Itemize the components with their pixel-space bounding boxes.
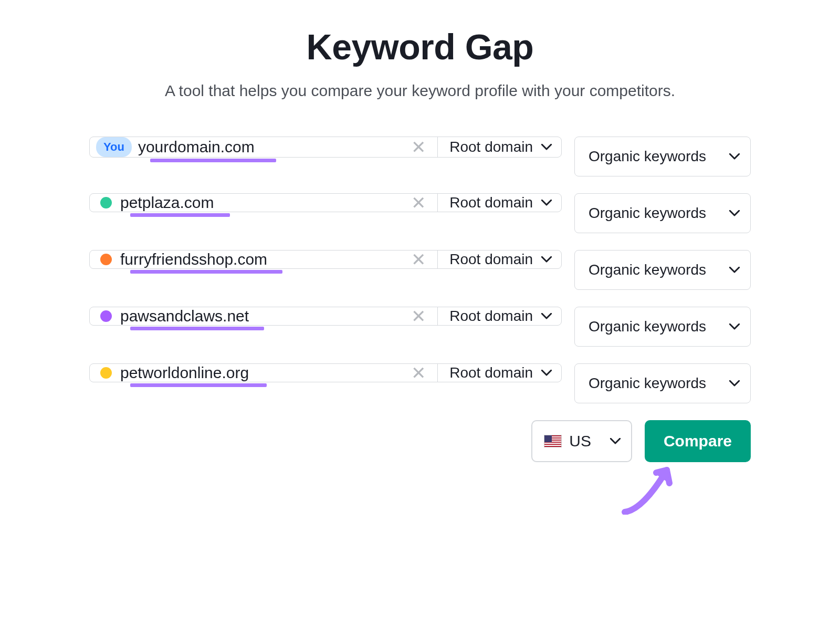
domain-input-wrap: You✕: [90, 137, 438, 157]
domain-row: ✕Root domainOrganic keywords: [89, 307, 751, 347]
clear-icon[interactable]: ✕: [407, 138, 430, 156]
chevron-down-icon: [541, 370, 552, 376]
competitor-dot-icon: [100, 310, 112, 322]
you-badge: You: [96, 137, 132, 157]
domain-input[interactable]: [120, 194, 407, 212]
domain-input-wrap: ✕: [90, 251, 438, 268]
chevron-down-icon: [729, 267, 740, 273]
chevron-down-icon: [729, 153, 740, 160]
chevron-down-icon: [541, 200, 552, 206]
domain-type-select[interactable]: Root domain: [438, 194, 561, 212]
domain-type-label: Root domain: [449, 139, 533, 155]
highlight-underline: [130, 213, 230, 217]
chevron-down-icon: [610, 438, 621, 444]
domain-row: ✕Root domainOrganic keywords: [89, 250, 751, 290]
domain-row: ✕Root domainOrganic keywords: [89, 363, 751, 403]
domain-type-label: Root domain: [449, 364, 533, 381]
domain-group: You✕Root domain: [89, 137, 562, 158]
domain-row: ✕Root domainOrganic keywords: [89, 193, 751, 233]
clear-icon[interactable]: ✕: [407, 251, 430, 268]
domain-group: ✕Root domain: [89, 193, 562, 212]
domain-group: ✕Root domain: [89, 250, 562, 269]
keyword-type-label: Organic keywords: [589, 205, 706, 222]
domain-input[interactable]: [120, 251, 407, 268]
keyword-type-select[interactable]: Organic keywords: [574, 363, 751, 403]
domain-input[interactable]: [120, 307, 407, 325]
chevron-down-icon: [541, 144, 552, 150]
domain-type-select[interactable]: Root domain: [438, 364, 561, 382]
highlight-underline: [130, 383, 267, 387]
keyword-type-label: Organic keywords: [589, 148, 706, 165]
domain-group: ✕Root domain: [89, 307, 562, 326]
domain-type-label: Root domain: [449, 251, 533, 268]
competitor-dot-icon: [100, 254, 112, 265]
keyword-type-label: Organic keywords: [589, 375, 706, 392]
domain-group: ✕Root domain: [89, 363, 562, 382]
keyword-type-select[interactable]: Organic keywords: [574, 250, 751, 290]
compare-button[interactable]: Compare: [645, 420, 751, 462]
keyword-type-label: Organic keywords: [589, 262, 706, 278]
country-code: US: [569, 432, 591, 450]
highlight-underline: [130, 327, 264, 330]
competitor-dot-icon: [100, 367, 112, 379]
clear-icon[interactable]: ✕: [407, 364, 430, 382]
chevron-down-icon: [729, 380, 740, 387]
domain-type-select[interactable]: Root domain: [438, 307, 561, 325]
country-select[interactable]: US: [531, 420, 632, 462]
domain-row: You✕Root domainOrganic keywords: [89, 137, 751, 176]
us-flag-icon: [544, 435, 562, 447]
chevron-down-icon: [729, 324, 740, 330]
domain-input[interactable]: [138, 138, 407, 156]
domain-type-select[interactable]: Root domain: [438, 251, 561, 268]
page-title: Keyword Gap: [89, 26, 751, 67]
chevron-down-icon: [541, 313, 552, 319]
domain-input-wrap: ✕: [90, 307, 438, 325]
keyword-type-select[interactable]: Organic keywords: [574, 193, 751, 233]
page-subtitle: A tool that helps you compare your keywo…: [89, 82, 751, 100]
domain-type-label: Root domain: [449, 194, 533, 211]
highlight-underline: [150, 159, 276, 162]
svg-marker-0: [655, 470, 670, 484]
domain-rows: You✕Root domainOrganic keywords✕Root dom…: [89, 137, 751, 403]
keyword-type-select[interactable]: Organic keywords: [574, 137, 751, 176]
domain-type-label: Root domain: [449, 308, 533, 325]
domain-input-wrap: ✕: [90, 364, 438, 382]
highlight-underline: [130, 270, 282, 274]
competitor-dot-icon: [100, 197, 112, 208]
keyword-type-select[interactable]: Organic keywords: [574, 307, 751, 347]
domain-type-select[interactable]: Root domain: [438, 137, 561, 157]
chevron-down-icon: [541, 256, 552, 263]
domain-input[interactable]: [120, 364, 407, 382]
domain-input-wrap: ✕: [90, 194, 438, 212]
clear-icon[interactable]: ✕: [407, 307, 430, 325]
keyword-type-label: Organic keywords: [589, 318, 706, 335]
clear-icon[interactable]: ✕: [407, 194, 430, 212]
chevron-down-icon: [729, 210, 740, 216]
